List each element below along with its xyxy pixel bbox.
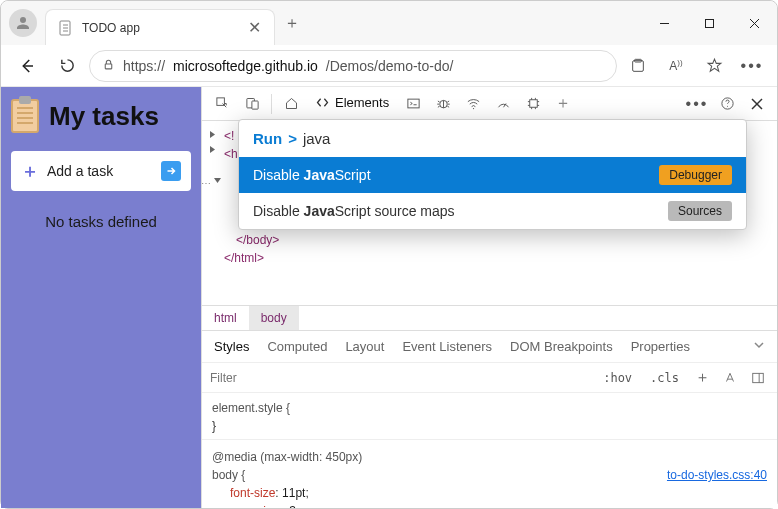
read-aloud-button[interactable]: A)) xyxy=(659,49,693,83)
welcome-tab[interactable] xyxy=(277,90,305,118)
performance-tab[interactable] xyxy=(489,90,517,118)
chevron-down-icon xyxy=(753,339,765,351)
font-editor-button[interactable] xyxy=(719,367,741,389)
window-minimize-button[interactable] xyxy=(642,7,687,39)
chevron-right-icon xyxy=(208,130,217,139)
breadcrumb-body[interactable]: body xyxy=(249,306,299,330)
dom-marker: ⋯ xyxy=(202,176,211,191)
maximize-icon xyxy=(704,18,715,29)
styles-pane: Styles Computed Layout Event Listeners D… xyxy=(202,331,777,508)
favorite-button[interactable] xyxy=(697,49,731,83)
styles-tab[interactable]: Styles xyxy=(214,339,249,354)
submit-task-button[interactable] xyxy=(161,161,181,181)
plus-icon: ＋ xyxy=(21,159,39,183)
devtools-panel: Elements ＋ ••• <! <ht <script src="to-do… xyxy=(201,87,777,508)
sources-tab[interactable] xyxy=(429,90,457,118)
svg-point-18 xyxy=(473,108,474,109)
cls-toggle[interactable]: .cls xyxy=(644,369,685,387)
svg-rect-14 xyxy=(251,101,257,109)
help-icon xyxy=(720,96,735,111)
more-button[interactable]: ••• xyxy=(735,49,769,83)
arrow-left-icon xyxy=(18,57,36,75)
profile-avatar[interactable] xyxy=(9,9,37,37)
command-run-label: Run xyxy=(253,130,282,147)
clipboard-icon xyxy=(11,99,39,133)
elements-tab-label: Elements xyxy=(335,95,389,110)
browser-tab[interactable]: TODO app ✕ xyxy=(45,9,275,45)
devtools-help-button[interactable] xyxy=(713,90,741,118)
styles-pane-expand[interactable] xyxy=(753,339,765,354)
styles-filter-input[interactable] xyxy=(210,371,591,385)
network-tab[interactable] xyxy=(459,90,487,118)
command-menu: Run >java Disable JavaScript Debugger Di… xyxy=(238,119,747,230)
layout-tab[interactable]: Layout xyxy=(345,339,384,354)
dom-line: </body> xyxy=(236,233,279,247)
dom-tree-lower[interactable]: </body> </html> xyxy=(202,231,777,305)
dom-breadcrumb: html body xyxy=(202,305,777,331)
refresh-button[interactable] xyxy=(49,48,85,84)
memory-tab[interactable] xyxy=(519,90,547,118)
add-tab-button[interactable]: ＋ xyxy=(549,90,577,118)
command-menu-input[interactable]: Run >java xyxy=(239,120,746,157)
devtools-more-button[interactable]: ••• xyxy=(683,90,711,118)
page-heading: My tasks xyxy=(49,101,159,132)
css-prop-name: font-size xyxy=(230,486,275,500)
address-bar: https://microsoftedge.github.io/Demos/de… xyxy=(1,45,777,87)
expand-triangle[interactable] xyxy=(208,141,217,159)
computed-tab[interactable]: Computed xyxy=(267,339,327,354)
elements-tab[interactable]: Elements xyxy=(307,87,397,121)
url-path: /Demos/demo-to-do/ xyxy=(326,58,454,74)
code-icon xyxy=(315,95,330,110)
home-icon xyxy=(284,96,299,111)
device-toggle-button[interactable] xyxy=(238,90,266,118)
command-query: java xyxy=(303,130,331,147)
wifi-icon xyxy=(466,96,481,111)
inspect-icon xyxy=(215,96,230,111)
computed-sidebar-button[interactable] xyxy=(747,367,769,389)
svg-rect-9 xyxy=(105,63,112,68)
url-input[interactable]: https://microsoftedge.github.io/Demos/de… xyxy=(89,50,617,82)
console-icon xyxy=(406,96,421,111)
hov-toggle[interactable]: :hov xyxy=(597,369,638,387)
app-mode-button[interactable] xyxy=(621,49,655,83)
command-item-disable-sourcemaps[interactable]: Disable JavaScript source maps Sources xyxy=(239,193,746,229)
lock-icon xyxy=(102,58,115,74)
add-task-button[interactable]: ＋ Add a task xyxy=(11,151,191,191)
expand-triangle[interactable] xyxy=(213,172,222,190)
svg-rect-5 xyxy=(706,19,714,27)
svg-rect-20 xyxy=(529,100,537,108)
tab-title: TODO app xyxy=(82,21,238,35)
close-icon xyxy=(749,18,760,29)
new-style-rule-button[interactable]: ＋ xyxy=(691,367,713,389)
css-prop-name: --spacing xyxy=(230,504,279,508)
css-media-query: @media (max-width: 450px) xyxy=(212,450,362,464)
command-item-disable-javascript[interactable]: Disable JavaScript Debugger xyxy=(239,157,746,193)
breadcrumb-html[interactable]: html xyxy=(202,306,249,330)
dom-breakpoints-tab[interactable]: DOM Breakpoints xyxy=(510,339,613,354)
command-category-badge: Sources xyxy=(668,201,732,221)
tab-close-button[interactable]: ✕ xyxy=(246,20,262,36)
console-tab[interactable] xyxy=(399,90,427,118)
new-tab-button[interactable]: ＋ xyxy=(277,8,307,38)
devtools-toolbar: Elements ＋ ••• xyxy=(202,87,777,121)
svg-rect-25 xyxy=(753,373,764,382)
url-host: microsoftedge.github.io xyxy=(173,58,318,74)
css-source-link[interactable]: to-do-styles.css:40 xyxy=(667,466,767,484)
refresh-icon xyxy=(59,57,76,74)
command-category-badge: Debugger xyxy=(659,165,732,185)
window-maximize-button[interactable] xyxy=(687,7,732,39)
gauge-icon xyxy=(496,96,511,111)
styles-filter-bar: :hov .cls ＋ xyxy=(202,363,777,393)
devtools-close-button[interactable] xyxy=(743,90,771,118)
device-icon xyxy=(245,96,260,111)
back-button[interactable] xyxy=(9,48,45,84)
ellipsis-icon: ••• xyxy=(686,95,709,113)
properties-tab[interactable]: Properties xyxy=(631,339,690,354)
event-listeners-tab[interactable]: Event Listeners xyxy=(402,339,492,354)
chip-icon xyxy=(526,96,541,111)
styles-rules[interactable]: element.style { } @media (max-width: 450… xyxy=(202,393,777,508)
inspect-element-button[interactable] xyxy=(208,90,236,118)
window-close-button[interactable] xyxy=(732,7,777,39)
css-selector: element.style { xyxy=(212,401,290,415)
sidebar-icon xyxy=(751,371,765,385)
